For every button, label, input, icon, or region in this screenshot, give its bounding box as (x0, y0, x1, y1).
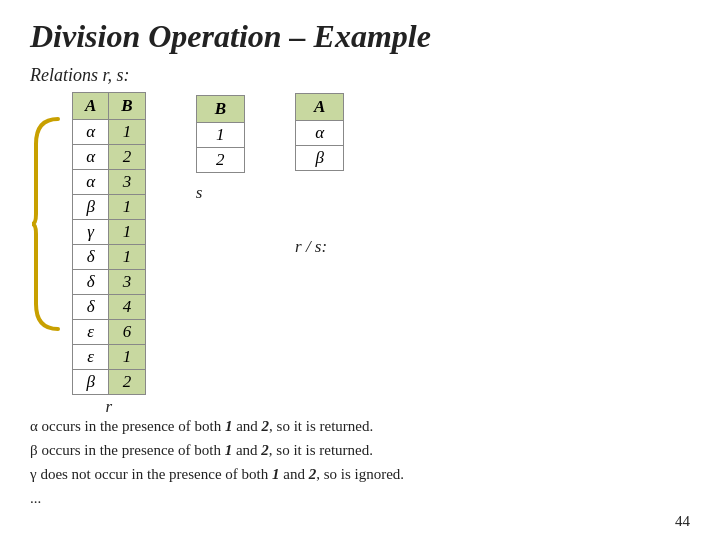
bottom-line: γ does not occur in the presence of both… (30, 462, 404, 486)
table-row: γ1 (73, 220, 146, 245)
table-row: ε1 (73, 345, 146, 370)
r-table-cell-a: α (73, 170, 109, 195)
s-table-cell-b: 2 (196, 148, 244, 173)
table-row: α1 (73, 120, 146, 145)
r-table-cell-b: 1 (109, 195, 145, 220)
table-row: β1 (73, 195, 146, 220)
r-table: A B α1α2α3β1γ1δ1δ3δ4ε6ε1β2 (72, 92, 146, 395)
r-table-cell-b: 1 (109, 220, 145, 245)
r-table-cell-a: β (73, 195, 109, 220)
r-table-cell-a: δ (73, 270, 109, 295)
relations-label: Relations r, s: (30, 65, 146, 86)
r-table-cell-a: ε (73, 320, 109, 345)
r-table-cell-b: 1 (109, 120, 145, 145)
table-row: α2 (73, 145, 146, 170)
r-table-header-b: B (109, 93, 145, 120)
r-table-cell-b: 2 (109, 145, 145, 170)
r-table-cell-b: 4 (109, 295, 145, 320)
result-table-cell-a: β (296, 146, 344, 171)
r-table-cell-a: δ (73, 245, 109, 270)
s-table: B 12 (196, 95, 245, 173)
table-row: δ4 (73, 295, 146, 320)
table-row: 1 (196, 123, 244, 148)
result-table-header-a: A (296, 94, 344, 121)
page-number: 44 (675, 513, 690, 530)
table-row: α (296, 121, 344, 146)
table-row: β2 (73, 370, 146, 395)
table-row: ε6 (73, 320, 146, 345)
s-table-cell-b: 1 (196, 123, 244, 148)
brace-decoration (30, 114, 62, 334)
r-table-cell-a: ε (73, 345, 109, 370)
result-table: A αβ (295, 93, 344, 171)
bottom-explanation: α occurs in the presence of both 1 and 2… (30, 414, 404, 510)
table-row: α3 (73, 170, 146, 195)
bottom-line: β occurs in the presence of both 1 and 2… (30, 438, 404, 462)
r-table-cell-a: γ (73, 220, 109, 245)
r-table-cell-a: β (73, 370, 109, 395)
r-table-cell-a: δ (73, 295, 109, 320)
table-row: δ1 (73, 245, 146, 270)
r-table-cell-b: 3 (109, 170, 145, 195)
table-row: δ3 (73, 270, 146, 295)
page-title: Division Operation – Example (0, 0, 720, 65)
table-row: 2 (196, 148, 244, 173)
bottom-line: ... (30, 486, 404, 510)
result-table-cell-a: α (296, 121, 344, 146)
s-label: s (196, 183, 203, 203)
rl-label: r / s: (295, 237, 327, 257)
s-table-header-b: B (196, 96, 244, 123)
r-table-cell-b: 1 (109, 345, 145, 370)
r-table-header-a: A (73, 93, 109, 120)
r-table-cell-a: α (73, 145, 109, 170)
r-table-cell-b: 6 (109, 320, 145, 345)
r-table-cell-a: α (73, 120, 109, 145)
table-row: β (296, 146, 344, 171)
r-table-cell-b: 2 (109, 370, 145, 395)
r-table-cell-b: 1 (109, 245, 145, 270)
bottom-line: α occurs in the presence of both 1 and 2… (30, 414, 404, 438)
r-table-cell-b: 3 (109, 270, 145, 295)
